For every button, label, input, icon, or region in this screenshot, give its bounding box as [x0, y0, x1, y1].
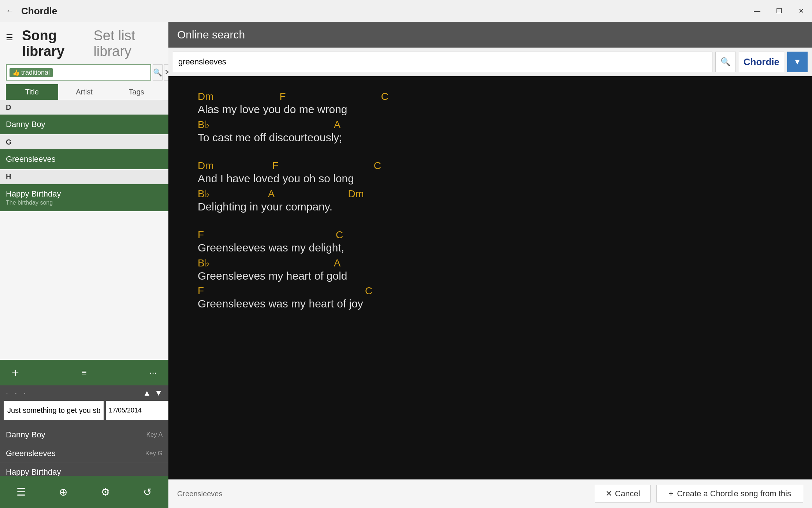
chord: C	[365, 285, 372, 297]
cancel-label: Cancel	[615, 489, 640, 498]
create-plus-icon: +	[668, 489, 673, 498]
tag-badge[interactable]: 👍 traditional	[10, 68, 53, 77]
search-input-wrap: 👍 traditional	[6, 64, 151, 81]
list-icon: ☰	[16, 486, 26, 498]
search-icon: 🔍	[720, 57, 730, 67]
current-song-label: Greensleeves	[177, 490, 595, 498]
song-subtitle: The birthday song	[6, 199, 163, 206]
setlist-down-button[interactable]: ▼	[154, 388, 163, 398]
lyric-line: And I have loved you oh so long	[198, 172, 783, 185]
minimize-button[interactable]: —	[746, 0, 768, 22]
titlebar: ← Chordle — ❐ ✕	[0, 0, 812, 22]
setlist-dots: · · ·	[6, 388, 28, 398]
tab-artist[interactable]: Artist	[58, 84, 111, 100]
chordie-logo: Chordie	[739, 52, 784, 72]
setlist-input-row: ▼ ✕	[0, 401, 168, 423]
sys-settings-button[interactable]: ⚙	[93, 479, 118, 505]
chordie-brand: Chordie	[744, 56, 779, 68]
setlist-song-key: Key A	[146, 431, 163, 438]
chord: B♭	[198, 257, 209, 269]
close-button[interactable]: ✕	[790, 0, 812, 22]
chord-row: Dm F C	[198, 160, 783, 172]
tab-tags[interactable]: Tags	[110, 84, 163, 100]
chord-row: B♭ A	[198, 119, 783, 131]
sys-list-button[interactable]: ☰	[8, 479, 34, 505]
list-item[interactable]: Danny Boy Key A	[0, 426, 168, 444]
lyric-line: Greensleeves was my heart of joy	[198, 298, 783, 310]
create-chordle-button[interactable]: + Create a Chordle song from this	[656, 485, 803, 503]
setlist-song-key: Key G	[145, 450, 163, 457]
window-controls: — ❐ ✕	[746, 0, 812, 22]
setlist-area: · · · ▲ ▼ ▼ ✕ Danny Boy Key A	[0, 385, 168, 482]
refresh-icon: ↺	[143, 486, 152, 498]
chord: B♭	[198, 119, 209, 131]
toolbar-left: +	[7, 365, 23, 381]
create-chordle-label: Create a Chordle song from this	[677, 489, 791, 498]
chord: B♭	[198, 188, 209, 200]
list-item[interactable]: Greensleeves Key G	[0, 444, 168, 463]
chord: A	[334, 119, 341, 131]
list-view-button[interactable]: ≡	[76, 365, 92, 381]
section-g: G	[0, 135, 168, 149]
right-panel: Online search 🔍 Chordie ▼ Dm F C Alas my…	[168, 22, 812, 508]
tabs: Title Artist Tags	[6, 84, 163, 100]
chord: Dm	[198, 91, 214, 102]
online-source-dropdown[interactable]: ▼	[787, 52, 808, 72]
search-button[interactable]: 🔍	[153, 64, 163, 81]
online-search-bar: 🔍 Chordie ▼	[168, 48, 812, 76]
left-panel: ☰ Song library Set list library 👍 tradit…	[0, 22, 168, 508]
song-name: Greensleeves	[6, 154, 56, 164]
cancel-x-icon: ✕	[606, 489, 612, 498]
song-name: Danny Boy	[6, 120, 45, 129]
tab-title[interactable]: Title	[6, 84, 58, 100]
add-song-button[interactable]: +	[7, 365, 23, 381]
tag-label: traditional	[21, 69, 50, 76]
lyric-line: Delighting in your company.	[198, 201, 783, 213]
setlist-songs: Danny Boy Key A Greensleeves Key G Happy…	[0, 426, 168, 482]
chord: C	[381, 91, 388, 102]
search-bar: 👍 traditional 🔍 ✕	[6, 64, 163, 81]
maximize-button[interactable]: ❐	[768, 0, 790, 22]
song-name: Happy Birthday	[6, 189, 61, 198]
section-h: H	[0, 170, 168, 184]
chord: C	[336, 229, 343, 241]
chord-row: B♭ A	[198, 257, 783, 269]
search-icon: 🔍	[153, 68, 162, 77]
search-input[interactable]	[55, 68, 148, 77]
chord: F	[280, 91, 286, 102]
online-bottom-bar: Greensleeves ✕ Cancel + Create a Chordle…	[168, 479, 812, 508]
setlist-name-input[interactable]	[4, 401, 104, 420]
left-header: ☰ Song library Set list library 👍 tradit…	[0, 22, 168, 100]
chord: F	[198, 229, 204, 241]
song-library-title: Song library	[22, 28, 89, 59]
sys-refresh-button[interactable]: ↺	[135, 479, 160, 505]
setlist-date-input[interactable]	[106, 401, 179, 420]
more-options-button[interactable]: ···	[145, 365, 161, 381]
back-button[interactable]: ←	[6, 6, 14, 16]
setlist-library-title[interactable]: Set list library	[93, 28, 163, 59]
online-search-title: Online search	[177, 29, 245, 41]
chord: F	[272, 160, 279, 172]
cancel-button[interactable]: ✕ Cancel	[595, 485, 651, 503]
song-content: Dm F C Alas my love you do me wrong B♭ A…	[168, 76, 812, 479]
setlist-up-button[interactable]: ▲	[143, 388, 151, 398]
dropdown-icon: ▼	[793, 57, 801, 67]
list-item[interactable]: Happy Birthday The birthday song	[0, 184, 168, 211]
chord-row: B♭ A Dm	[198, 188, 783, 200]
chorus: F C Greensleeves was my delight, B♭ A Gr…	[198, 229, 783, 310]
sys-globe-button[interactable]: ⊕	[51, 479, 76, 505]
chord-row: F C	[198, 285, 783, 297]
list-item[interactable]: Greensleeves	[0, 149, 168, 169]
setlist-song-name: Danny Boy	[6, 430, 45, 440]
online-search-button[interactable]: 🔍	[715, 52, 736, 72]
chord: Dm	[198, 160, 214, 172]
chord: A	[268, 188, 275, 200]
list-item[interactable]: Danny Boy	[0, 115, 168, 134]
online-search-input[interactable]	[173, 52, 712, 72]
chord-row: F C	[198, 229, 783, 241]
bottom-toolbar: + ≡ ···	[0, 360, 168, 385]
menu-icon[interactable]: ☰	[6, 33, 13, 42]
chord-row: Dm F C	[198, 91, 783, 102]
tag-icon: 👍	[12, 69, 20, 76]
lyric-line: Alas my love you do me wrong	[198, 103, 783, 116]
